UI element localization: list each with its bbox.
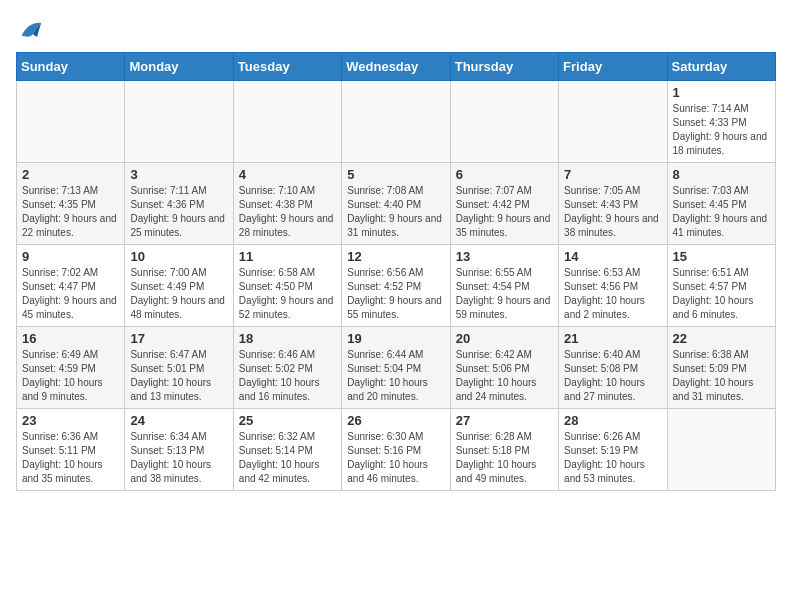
day-number: 25 xyxy=(239,413,336,428)
day-number: 11 xyxy=(239,249,336,264)
day-cell: 20Sunrise: 6:42 AM Sunset: 5:06 PM Dayli… xyxy=(450,327,558,409)
day-cell: 13Sunrise: 6:55 AM Sunset: 4:54 PM Dayli… xyxy=(450,245,558,327)
day-number: 28 xyxy=(564,413,661,428)
day-cell: 10Sunrise: 7:00 AM Sunset: 4:49 PM Dayli… xyxy=(125,245,233,327)
weekday-header-thursday: Thursday xyxy=(450,53,558,81)
day-cell: 17Sunrise: 6:47 AM Sunset: 5:01 PM Dayli… xyxy=(125,327,233,409)
day-info: Sunrise: 6:47 AM Sunset: 5:01 PM Dayligh… xyxy=(130,348,227,404)
day-cell: 18Sunrise: 6:46 AM Sunset: 5:02 PM Dayli… xyxy=(233,327,341,409)
day-info: Sunrise: 7:00 AM Sunset: 4:49 PM Dayligh… xyxy=(130,266,227,322)
day-info: Sunrise: 7:11 AM Sunset: 4:36 PM Dayligh… xyxy=(130,184,227,240)
day-info: Sunrise: 6:40 AM Sunset: 5:08 PM Dayligh… xyxy=(564,348,661,404)
page-header xyxy=(16,16,776,44)
weekday-header-wednesday: Wednesday xyxy=(342,53,450,81)
day-cell: 9Sunrise: 7:02 AM Sunset: 4:47 PM Daylig… xyxy=(17,245,125,327)
day-cell: 16Sunrise: 6:49 AM Sunset: 4:59 PM Dayli… xyxy=(17,327,125,409)
week-row-1: 1Sunrise: 7:14 AM Sunset: 4:33 PM Daylig… xyxy=(17,81,776,163)
day-info: Sunrise: 6:55 AM Sunset: 4:54 PM Dayligh… xyxy=(456,266,553,322)
week-row-2: 2Sunrise: 7:13 AM Sunset: 4:35 PM Daylig… xyxy=(17,163,776,245)
weekday-header-sunday: Sunday xyxy=(17,53,125,81)
day-number: 22 xyxy=(673,331,770,346)
day-cell xyxy=(17,81,125,163)
day-info: Sunrise: 6:56 AM Sunset: 4:52 PM Dayligh… xyxy=(347,266,444,322)
day-info: Sunrise: 6:36 AM Sunset: 5:11 PM Dayligh… xyxy=(22,430,119,486)
day-cell: 3Sunrise: 7:11 AM Sunset: 4:36 PM Daylig… xyxy=(125,163,233,245)
day-info: Sunrise: 6:30 AM Sunset: 5:16 PM Dayligh… xyxy=(347,430,444,486)
day-info: Sunrise: 7:13 AM Sunset: 4:35 PM Dayligh… xyxy=(22,184,119,240)
day-info: Sunrise: 6:49 AM Sunset: 4:59 PM Dayligh… xyxy=(22,348,119,404)
day-number: 16 xyxy=(22,331,119,346)
day-number: 23 xyxy=(22,413,119,428)
day-info: Sunrise: 6:34 AM Sunset: 5:13 PM Dayligh… xyxy=(130,430,227,486)
day-cell: 11Sunrise: 6:58 AM Sunset: 4:50 PM Dayli… xyxy=(233,245,341,327)
day-cell: 12Sunrise: 6:56 AM Sunset: 4:52 PM Dayli… xyxy=(342,245,450,327)
day-info: Sunrise: 7:10 AM Sunset: 4:38 PM Dayligh… xyxy=(239,184,336,240)
day-cell: 26Sunrise: 6:30 AM Sunset: 5:16 PM Dayli… xyxy=(342,409,450,491)
week-row-3: 9Sunrise: 7:02 AM Sunset: 4:47 PM Daylig… xyxy=(17,245,776,327)
day-cell: 27Sunrise: 6:28 AM Sunset: 5:18 PM Dayli… xyxy=(450,409,558,491)
day-number: 7 xyxy=(564,167,661,182)
day-cell: 15Sunrise: 6:51 AM Sunset: 4:57 PM Dayli… xyxy=(667,245,775,327)
day-number: 6 xyxy=(456,167,553,182)
day-info: Sunrise: 6:42 AM Sunset: 5:06 PM Dayligh… xyxy=(456,348,553,404)
day-cell xyxy=(450,81,558,163)
day-cell: 8Sunrise: 7:03 AM Sunset: 4:45 PM Daylig… xyxy=(667,163,775,245)
day-number: 14 xyxy=(564,249,661,264)
day-info: Sunrise: 7:07 AM Sunset: 4:42 PM Dayligh… xyxy=(456,184,553,240)
day-info: Sunrise: 6:58 AM Sunset: 4:50 PM Dayligh… xyxy=(239,266,336,322)
calendar-table: SundayMondayTuesdayWednesdayThursdayFrid… xyxy=(16,52,776,491)
day-cell: 5Sunrise: 7:08 AM Sunset: 4:40 PM Daylig… xyxy=(342,163,450,245)
day-number: 24 xyxy=(130,413,227,428)
day-number: 3 xyxy=(130,167,227,182)
day-info: Sunrise: 6:46 AM Sunset: 5:02 PM Dayligh… xyxy=(239,348,336,404)
day-cell: 14Sunrise: 6:53 AM Sunset: 4:56 PM Dayli… xyxy=(559,245,667,327)
day-info: Sunrise: 7:02 AM Sunset: 4:47 PM Dayligh… xyxy=(22,266,119,322)
day-info: Sunrise: 6:32 AM Sunset: 5:14 PM Dayligh… xyxy=(239,430,336,486)
day-cell: 4Sunrise: 7:10 AM Sunset: 4:38 PM Daylig… xyxy=(233,163,341,245)
day-number: 1 xyxy=(673,85,770,100)
weekday-header-tuesday: Tuesday xyxy=(233,53,341,81)
day-number: 9 xyxy=(22,249,119,264)
day-info: Sunrise: 6:28 AM Sunset: 5:18 PM Dayligh… xyxy=(456,430,553,486)
day-info: Sunrise: 7:03 AM Sunset: 4:45 PM Dayligh… xyxy=(673,184,770,240)
week-row-5: 23Sunrise: 6:36 AM Sunset: 5:11 PM Dayli… xyxy=(17,409,776,491)
day-cell: 21Sunrise: 6:40 AM Sunset: 5:08 PM Dayli… xyxy=(559,327,667,409)
day-cell: 25Sunrise: 6:32 AM Sunset: 5:14 PM Dayli… xyxy=(233,409,341,491)
week-row-4: 16Sunrise: 6:49 AM Sunset: 4:59 PM Dayli… xyxy=(17,327,776,409)
day-number: 27 xyxy=(456,413,553,428)
logo xyxy=(16,16,48,44)
day-cell xyxy=(342,81,450,163)
day-info: Sunrise: 7:08 AM Sunset: 4:40 PM Dayligh… xyxy=(347,184,444,240)
day-number: 19 xyxy=(347,331,444,346)
day-number: 4 xyxy=(239,167,336,182)
day-cell: 6Sunrise: 7:07 AM Sunset: 4:42 PM Daylig… xyxy=(450,163,558,245)
day-cell: 22Sunrise: 6:38 AM Sunset: 5:09 PM Dayli… xyxy=(667,327,775,409)
day-number: 10 xyxy=(130,249,227,264)
day-cell xyxy=(233,81,341,163)
day-number: 26 xyxy=(347,413,444,428)
logo-bird-icon xyxy=(16,16,44,44)
day-number: 5 xyxy=(347,167,444,182)
weekday-header-saturday: Saturday xyxy=(667,53,775,81)
day-cell: 1Sunrise: 7:14 AM Sunset: 4:33 PM Daylig… xyxy=(667,81,775,163)
day-cell: 28Sunrise: 6:26 AM Sunset: 5:19 PM Dayli… xyxy=(559,409,667,491)
weekday-header-friday: Friday xyxy=(559,53,667,81)
day-number: 15 xyxy=(673,249,770,264)
day-number: 18 xyxy=(239,331,336,346)
day-cell: 23Sunrise: 6:36 AM Sunset: 5:11 PM Dayli… xyxy=(17,409,125,491)
day-number: 2 xyxy=(22,167,119,182)
day-info: Sunrise: 6:53 AM Sunset: 4:56 PM Dayligh… xyxy=(564,266,661,322)
weekday-header-row: SundayMondayTuesdayWednesdayThursdayFrid… xyxy=(17,53,776,81)
day-cell: 7Sunrise: 7:05 AM Sunset: 4:43 PM Daylig… xyxy=(559,163,667,245)
day-cell xyxy=(559,81,667,163)
day-number: 17 xyxy=(130,331,227,346)
day-number: 12 xyxy=(347,249,444,264)
day-cell xyxy=(667,409,775,491)
day-number: 8 xyxy=(673,167,770,182)
day-info: Sunrise: 6:38 AM Sunset: 5:09 PM Dayligh… xyxy=(673,348,770,404)
day-info: Sunrise: 6:51 AM Sunset: 4:57 PM Dayligh… xyxy=(673,266,770,322)
day-info: Sunrise: 6:44 AM Sunset: 5:04 PM Dayligh… xyxy=(347,348,444,404)
day-cell: 24Sunrise: 6:34 AM Sunset: 5:13 PM Dayli… xyxy=(125,409,233,491)
day-info: Sunrise: 6:26 AM Sunset: 5:19 PM Dayligh… xyxy=(564,430,661,486)
day-info: Sunrise: 7:05 AM Sunset: 4:43 PM Dayligh… xyxy=(564,184,661,240)
